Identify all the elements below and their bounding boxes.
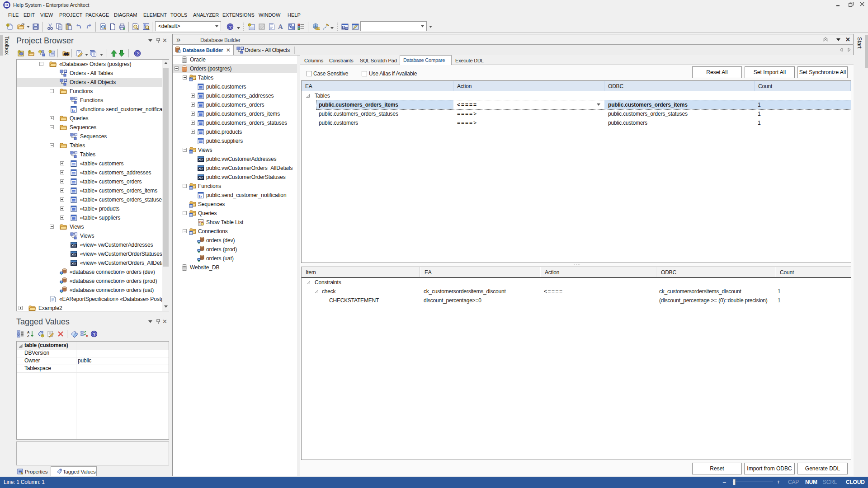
svg-text:Z: Z — [27, 334, 29, 338]
